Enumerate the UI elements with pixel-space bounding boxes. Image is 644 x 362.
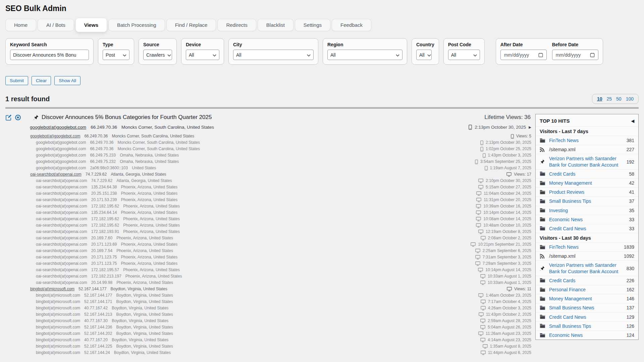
item-icon	[540, 199, 545, 204]
before-date-input[interactable]: mm/dd/yyyy	[552, 50, 598, 60]
visit-row: oai-searchbot(at)openai.com 20.171.123.7…	[5, 260, 532, 267]
per-page-option[interactable]: 25	[606, 96, 612, 102]
top-hit-label[interactable]: FinTech News	[549, 244, 579, 250]
top-hit-item: Verizon Partners with Santander Bank for…	[536, 260, 638, 276]
visitor-name: oai-searchbot(at)openai.com	[36, 241, 87, 248]
visit-time: 10:14pm October 14, 2025	[483, 209, 531, 216]
visitor-link[interactable]: bingbot(at)microsoft.com	[30, 286, 74, 292]
visitor-location: Moncks Corner, South Carolina, United St…	[121, 125, 214, 130]
top-hit-count: 146	[627, 296, 634, 301]
visit-time: 10:48am October 10, 2025	[483, 222, 531, 229]
top-hit-label[interactable]: Credit Cards	[549, 171, 576, 177]
visitor-location: Moncks Corner, South Carolina, United St…	[118, 139, 200, 146]
top-hit-label[interactable]: Credit Card News	[549, 226, 586, 232]
edit-icon[interactable]	[5, 114, 12, 121]
desktop-icon	[479, 312, 484, 317]
top-hit-label[interactable]: FinTech News	[549, 137, 579, 143]
clear-button[interactable]: Clear	[32, 76, 51, 85]
region-select[interactable]: All	[327, 50, 402, 60]
top-hit-label[interactable]: Verizon Partners with Santander Bank for…	[549, 262, 623, 274]
tab[interactable]: Home	[5, 19, 36, 31]
top-hit-label[interactable]: Product Reviews	[549, 189, 584, 195]
item-icon	[540, 138, 545, 143]
tab[interactable]: Find / Replace	[166, 19, 216, 31]
visitor-name: oai-searchbot(at)openai.com	[36, 222, 87, 229]
top-hit-label[interactable]: /sitemap.xml	[549, 253, 576, 259]
expand-arrow-icon[interactable]: ▶	[529, 125, 531, 129]
item-icon	[540, 217, 545, 222]
visitor-location: Phoenix, Arizona, United States	[116, 280, 173, 286]
pin-icon	[33, 115, 39, 120]
device-select[interactable]: All	[186, 50, 219, 60]
submit-button[interactable]: Submit	[5, 76, 28, 85]
visitor-name: googlebot(at)googlebot.com	[36, 152, 86, 159]
top-hit-label[interactable]: Money Management	[549, 296, 592, 302]
tab[interactable]: Redirects	[217, 19, 256, 31]
tab[interactable]: Blacklist	[258, 19, 293, 31]
tab[interactable]: Feedback	[332, 19, 371, 31]
visit-time: 7:31am September 3, 2025	[483, 254, 531, 260]
tab[interactable]: Settings	[295, 19, 330, 31]
top-hit-count: 381	[627, 138, 634, 143]
desktop-icon	[506, 172, 512, 177]
visitor-ip: 66.249.70.36	[90, 146, 113, 152]
results-bar: 1 result found 10 25 50 100	[5, 94, 639, 104]
visitor-location: Boydton, Virginia, United States	[112, 318, 168, 324]
visit-row: oai-searchbot(at)openai.com 135.234.64.3…	[5, 184, 532, 190]
desktop-icon	[475, 261, 480, 266]
top-hit-label[interactable]: Investing	[549, 207, 568, 214]
tab[interactable]: AI / Bots	[38, 19, 74, 31]
view-eye-icon[interactable]	[15, 114, 21, 121]
top-hit-label[interactable]: Credit Cards	[549, 278, 576, 284]
visitor-ip: 52.167.144.177	[78, 286, 106, 292]
visit-row: oai-searchbot(at)openai.com 172.182.195.…	[5, 203, 532, 209]
views-count: Views: 17	[514, 171, 531, 178]
item-icon	[540, 171, 545, 176]
top-hit-label[interactable]: Small Business Tips	[549, 198, 591, 204]
type-select[interactable]: Post	[103, 50, 129, 60]
top-hit-item: Small Business News 137	[536, 303, 638, 312]
per-page-option[interactable]: 50	[616, 96, 622, 102]
calendar-icon[interactable]	[590, 53, 595, 57]
top-hit-label[interactable]: Money Management	[549, 180, 592, 186]
top-hit-label[interactable]: /sitemap.xml	[549, 146, 576, 153]
visit-row: googlebot(at)googlebot.com 66.249.75.232…	[5, 159, 532, 165]
tab[interactable]: Batch Processing	[108, 19, 165, 31]
mobile-icon	[480, 147, 483, 152]
city-select[interactable]: All	[233, 50, 314, 60]
source-select[interactable]: Crawlers	[143, 50, 172, 60]
visitor-name: oai-searchbot(at)openai.com	[36, 209, 87, 216]
show-all-button[interactable]: Show All	[54, 76, 80, 85]
per-page-option[interactable]: 10	[597, 96, 602, 102]
item-icon	[540, 266, 545, 271]
top-hit-label[interactable]: Economic News	[549, 217, 583, 223]
visitor-link[interactable]: googlebot(at)googlebot.com	[30, 133, 80, 139]
visitor-name: oai-searchbot(at)openai.com	[36, 178, 87, 184]
top-hit-item: Money Management 146	[536, 294, 638, 303]
calendar-icon[interactable]	[538, 53, 543, 57]
top-hit-label[interactable]: Small Business Tips	[549, 323, 591, 329]
postcode-select[interactable]: All	[448, 50, 480, 60]
visit-row: oai-searchbot(at)openai.com 20.169.7.54 …	[5, 248, 532, 254]
keyword-search-input[interactable]	[10, 50, 89, 60]
visitor-location: Atlanta, Georgia, United States	[116, 178, 172, 184]
visitor-link[interactable]: oai-searchbot(at)openai.com	[30, 171, 82, 178]
tab[interactable]: Views	[75, 18, 107, 32]
top-hit-count: 37	[629, 198, 634, 204]
desktop-icon	[480, 281, 485, 285]
after-date-input[interactable]: mm/dd/yyyy	[500, 50, 547, 60]
country-select[interactable]: All	[416, 50, 432, 60]
top-hit-label[interactable]: Small Business News	[549, 305, 594, 311]
top-hit-label[interactable]: Economic News	[549, 332, 583, 338]
visitor-name: oai-searchbot(at)openai.com	[36, 229, 87, 235]
top-hit-label[interactable]: Verizon Partners with Santander Bank for…	[549, 156, 623, 168]
visit-time: 4:26am October 3, 2025	[488, 305, 531, 311]
collapse-arrow-icon[interactable]: ◀	[631, 119, 634, 123]
top-hit-label[interactable]: Personal Finance	[549, 287, 586, 293]
per-page-option[interactable]: 100	[626, 96, 634, 102]
main-area: Discover Announces 5% Bonus Categories f…	[5, 114, 639, 356]
visit-row: bingbot(at)microsoft.com 52.167.144.177 …	[5, 292, 532, 299]
desktop-icon	[507, 287, 512, 291]
visitor-link[interactable]: googlebot(at)googlebot.com	[30, 125, 86, 130]
top-hit-label[interactable]: Credit Card News	[549, 314, 586, 320]
